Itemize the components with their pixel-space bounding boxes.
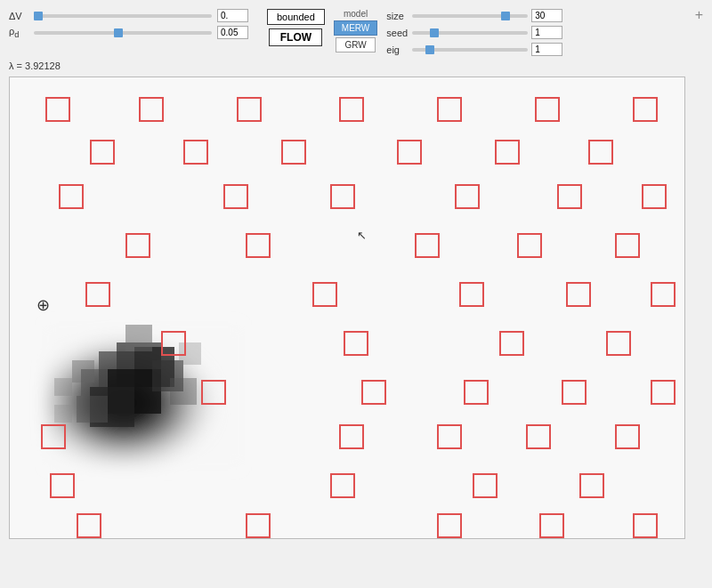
buttons-section: bounded FLOW bbox=[267, 9, 325, 46]
sliders-section: ΔV 0. ρd 0.05 bbox=[9, 9, 258, 39]
marker-21 bbox=[246, 233, 271, 258]
marker-30 bbox=[161, 331, 186, 356]
main-container: + ΔV 0. ρd 0.05 bounded FLOW bbox=[0, 0, 712, 588]
cursor-arrow: ↖ bbox=[357, 229, 367, 242]
marker-17 bbox=[455, 184, 480, 209]
marker-28 bbox=[566, 282, 591, 307]
eig-thumb[interactable] bbox=[425, 45, 434, 54]
model-label: model bbox=[344, 9, 368, 19]
right-sliders: size 30 seed 1 eig 1 bbox=[386, 9, 562, 56]
lambda-display: λ = 3.92128 bbox=[9, 60, 703, 71]
delta-v-track[interactable] bbox=[34, 14, 212, 18]
rho-d-track[interactable] bbox=[34, 31, 212, 35]
marker-13 bbox=[588, 140, 613, 165]
eig-value: 1 bbox=[531, 43, 562, 56]
marker-6 bbox=[535, 97, 560, 122]
size-thumb[interactable] bbox=[501, 12, 510, 20]
marker-46 bbox=[473, 473, 498, 498]
svg-rect-2 bbox=[54, 378, 72, 396]
delta-v-row: ΔV 0. bbox=[9, 9, 258, 22]
size-track[interactable] bbox=[412, 14, 528, 18]
marker-31 bbox=[344, 331, 368, 356]
marker-9 bbox=[183, 140, 208, 165]
marker-52 bbox=[633, 513, 658, 538]
marker-40 bbox=[339, 424, 364, 449]
marker-37 bbox=[562, 380, 587, 405]
marker-24 bbox=[615, 233, 640, 258]
marker-19 bbox=[642, 184, 667, 209]
delta-v-value: 0. bbox=[217, 9, 248, 22]
marker-32 bbox=[499, 331, 524, 356]
add-button[interactable]: + bbox=[695, 7, 703, 23]
seed-thumb[interactable] bbox=[430, 28, 439, 37]
marker-51 bbox=[539, 513, 564, 538]
size-value: 30 bbox=[531, 9, 562, 22]
model-section: model MERW GRW bbox=[334, 9, 377, 52]
target-icon: ⊕ bbox=[36, 295, 50, 315]
seed-row: seed 1 bbox=[386, 26, 562, 39]
marker-43 bbox=[615, 424, 640, 449]
flow-button[interactable]: FLOW bbox=[269, 28, 322, 46]
marker-48 bbox=[77, 513, 101, 538]
marker-29 bbox=[651, 282, 676, 307]
marker-10 bbox=[281, 140, 306, 165]
marker-26 bbox=[312, 282, 337, 307]
rho-d-label: ρd bbox=[9, 26, 28, 39]
eig-label: eig bbox=[386, 44, 409, 55]
marker-39 bbox=[41, 424, 66, 449]
marker-47 bbox=[579, 473, 604, 498]
rho-d-thumb[interactable] bbox=[114, 28, 123, 37]
marker-7 bbox=[633, 97, 658, 122]
marker-15 bbox=[223, 184, 248, 209]
delta-v-label: ΔV bbox=[9, 11, 28, 21]
marker-44 bbox=[50, 473, 75, 498]
grw-button[interactable]: GRW bbox=[336, 37, 376, 52]
svg-rect-10 bbox=[125, 325, 152, 351]
marker-34 bbox=[201, 380, 226, 405]
marker-3 bbox=[237, 97, 262, 122]
marker-38 bbox=[651, 380, 676, 405]
marker-25 bbox=[85, 282, 110, 307]
bounded-button[interactable]: bounded bbox=[267, 9, 325, 25]
canvas-area[interactable]: ⊕ ↖ bbox=[9, 77, 685, 539]
marker-18 bbox=[557, 184, 582, 209]
marker-27 bbox=[459, 282, 484, 307]
marker-35 bbox=[361, 380, 386, 405]
marker-14 bbox=[59, 184, 84, 209]
marker-2 bbox=[139, 97, 164, 122]
seed-track[interactable] bbox=[412, 31, 528, 35]
marker-22 bbox=[415, 233, 440, 258]
marker-45 bbox=[330, 473, 355, 498]
marker-5 bbox=[437, 97, 462, 122]
marker-49 bbox=[246, 513, 271, 538]
seed-value: 1 bbox=[531, 26, 562, 39]
svg-rect-13 bbox=[170, 378, 197, 405]
marker-41 bbox=[437, 424, 462, 449]
marker-20 bbox=[125, 233, 150, 258]
marker-36 bbox=[464, 380, 489, 405]
size-row: size 30 bbox=[386, 9, 562, 22]
eig-track[interactable] bbox=[412, 48, 528, 52]
marker-16 bbox=[330, 184, 355, 209]
delta-v-thumb[interactable] bbox=[34, 12, 43, 20]
rho-d-value: 0.05 bbox=[217, 26, 248, 39]
marker-23 bbox=[517, 233, 542, 258]
svg-rect-14 bbox=[54, 405, 72, 423]
top-controls: ΔV 0. ρd 0.05 bounded FLOW model MERW bbox=[9, 9, 703, 56]
rho-d-row: ρd 0.05 bbox=[9, 26, 258, 39]
heatmap-visualization bbox=[28, 254, 295, 485]
marker-42 bbox=[526, 424, 551, 449]
svg-rect-11 bbox=[77, 396, 108, 423]
merw-button[interactable]: MERW bbox=[334, 20, 377, 36]
size-label: size bbox=[386, 11, 409, 21]
eig-row: eig 1 bbox=[386, 43, 562, 56]
marker-8 bbox=[90, 140, 115, 165]
marker-50 bbox=[437, 513, 462, 538]
marker-4 bbox=[339, 97, 364, 122]
marker-33 bbox=[606, 331, 631, 356]
marker-11 bbox=[397, 140, 422, 165]
marker-1 bbox=[45, 97, 70, 122]
marker-12 bbox=[495, 140, 520, 165]
seed-label: seed bbox=[386, 28, 409, 38]
